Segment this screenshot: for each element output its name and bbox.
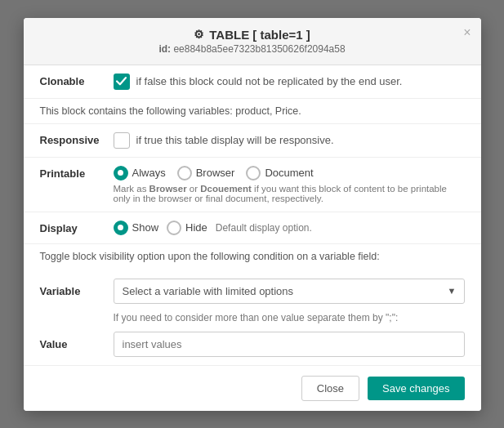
printable-browser-radio[interactable] [177,166,192,181]
printable-document-radio[interactable] [246,166,261,181]
variable-select-wrapper: Select a variable with limited options ▼ [114,279,465,304]
modal-header: ⚙ TABLE [ table=1 ] id: ee884b8a5ee7323b… [24,18,481,65]
printable-always-label: Always [132,167,166,179]
display-show-label: Show [132,221,159,234]
modal: ⚙ TABLE [ table=1 ] id: ee884b8a5ee7323b… [24,18,481,411]
printable-always-radio[interactable] [114,166,128,181]
gear-icon: ⚙ [194,28,204,41]
toggle-note: Toggle block visibility option upon the … [40,251,465,262]
printable-content: Always Browser Document Mark as Browser … [114,166,465,203]
subtitle-id-label: id: [158,43,171,55]
clonable-description: if false this block could not be replica… [136,74,403,87]
responsive-checkbox[interactable] [114,132,130,149]
variables-info: This block contains the following variab… [24,99,481,124]
display-hide-label: Hide [185,221,207,234]
variable-label: Variable [40,285,114,297]
clonable-checkbox[interactable] [114,74,130,90]
clonable-row: Clonable if false this block could not b… [24,65,481,99]
modal-subtitle: id: ee884b8a5ee7323b81350626f2094a58 [158,42,345,55]
printable-browser-label: Browser [196,167,235,179]
value-hint: If you need to consider more than one va… [24,309,481,328]
toggle-section: Toggle block visibility option upon the … [24,244,481,274]
clonable-content: if false this block could not be replica… [114,74,465,90]
modal-title: ⚙ TABLE [ table=1 ] [194,28,310,42]
close-icon[interactable]: × [463,26,471,39]
responsive-content: if true this table display will be respo… [114,132,465,149]
printable-browser[interactable]: Browser [177,166,235,181]
modal-id: ee884b8a5ee7323b81350626f2094a58 [173,43,345,55]
modal-body: Clonable if false this block could not b… [24,65,481,365]
responsive-description: if true this table display will be respo… [136,132,334,146]
responsive-label: Responsive [40,132,114,146]
modal-footer: Close Save changes [24,365,481,411]
variable-row: Variable Select a variable with limited … [24,274,481,309]
printable-row: Printable Always Browser Doc [24,158,481,212]
printable-document[interactable]: Document [246,166,313,181]
modal-header-text: ⚙ TABLE [ table=1 ] id: ee884b8a5ee7323b… [158,28,345,55]
display-show[interactable]: Show [114,221,159,235]
display-hide-radio[interactable] [167,221,181,235]
value-label: Value [40,338,114,350]
modal-overlay: ⚙ TABLE [ table=1 ] id: ee884b8a5ee7323b… [0,0,504,428]
display-label: Display [40,221,114,234]
save-button[interactable]: Save changes [368,377,464,400]
display-row: Display Show Hide Default display option… [24,212,481,244]
variable-select[interactable]: Select a variable with limited options [114,279,465,304]
close-button[interactable]: Close [301,376,359,401]
value-input[interactable] [114,332,465,357]
display-show-radio[interactable] [114,221,128,235]
printable-note: Mark as Browser or Dcouement if you want… [114,184,465,203]
display-hide[interactable]: Hide [167,221,207,235]
clonable-label: Clonable [40,74,114,87]
display-content: Show Hide Default display option. [114,221,312,235]
value-row: Value [24,328,481,365]
display-note: Default display option. [216,222,312,234]
printable-document-label: Document [265,167,313,179]
printable-label: Printable [40,166,114,180]
printable-options: Always Browser Document [114,166,465,181]
printable-always[interactable]: Always [114,166,166,181]
responsive-row: Responsive if true this table display wi… [24,124,481,158]
